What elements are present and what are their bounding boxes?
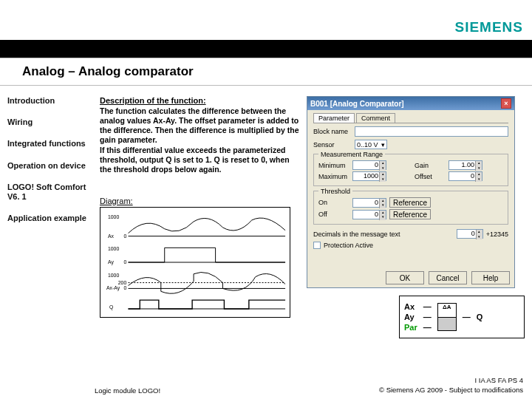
gain-input[interactable]: 1.00▴▾ xyxy=(449,160,482,170)
decimals-label: Decimals in the message text xyxy=(313,231,454,238)
chevron-down-icon: ▾ xyxy=(381,141,385,149)
fb-sym-top: ΔA xyxy=(438,304,456,318)
minimum-input[interactable]: 0▴▾ xyxy=(352,160,386,170)
tick-1000-b: 1000 xyxy=(108,246,119,251)
trace-q-label: Q xyxy=(109,304,114,310)
spinner-icon[interactable]: ▴▾ xyxy=(379,161,386,171)
reference-off-button[interactable]: Reference xyxy=(389,209,431,219)
sensor-value: 0..10 V xyxy=(357,141,378,149)
trace-ay-label: Ay xyxy=(108,259,114,265)
footer-copyright: © Siemens AG 2009 - Subject to modificat… xyxy=(379,386,523,395)
tick-1000-a: 1000 xyxy=(108,214,119,219)
sidebar-item-application-example[interactable]: Application example xyxy=(7,214,92,223)
header-spacer xyxy=(0,0,421,40)
fb-symbol-icon: ΔA xyxy=(437,303,457,331)
sidebar-item-introduction[interactable]: Introduction xyxy=(7,96,92,106)
fb-input-par: Par xyxy=(404,323,417,332)
footer-right: I IA AS FA PS 4 © Siemens AG 2009 - Subj… xyxy=(379,376,523,395)
tick-0-c: 0 xyxy=(124,285,127,290)
tick-200: 200 xyxy=(118,279,127,284)
spinner-icon[interactable]: ▴▾ xyxy=(475,161,482,171)
footer-code: I IA AS FA PS 4 xyxy=(379,376,523,385)
fb-output-q: Q xyxy=(477,313,483,321)
on-label: On xyxy=(318,199,349,206)
timing-diagram: 1000 Ax 0 1000 Ay 0 1000 200 Ax-Ay 0 xyxy=(106,211,288,314)
fb-input-ay: Ay xyxy=(404,313,417,321)
help-button[interactable]: Help xyxy=(471,271,510,284)
brand-logo: SIEMENS xyxy=(454,19,523,35)
maximum-input[interactable]: 1000▴▾ xyxy=(352,171,386,181)
tab-comment[interactable]: Comment xyxy=(356,113,395,123)
properties-dialog: B001 [Analog Comparator] × Parameter Com… xyxy=(307,96,515,288)
right-column: B001 [Analog Comparator] × Parameter Com… xyxy=(307,96,525,373)
threshold-group: Threshold On 0▴▾ Reference Off 0▴▾ Refer… xyxy=(313,191,508,225)
page-title: Analog – Analog comparator xyxy=(22,64,525,79)
tick-1000-c: 1000 xyxy=(108,273,119,278)
dialog-tabs: Parameter Comment xyxy=(313,113,508,123)
spinner-icon[interactable]: ▴▾ xyxy=(379,172,386,182)
description-heading: Description of the function: xyxy=(100,96,299,105)
range-group-title: Measurement Range xyxy=(318,151,385,158)
decimals-input[interactable]: 0▴▾ xyxy=(457,229,483,239)
sidebar-item-operation-on-device[interactable]: Operation on device xyxy=(7,161,92,171)
on-input[interactable]: 0▴▾ xyxy=(352,198,386,208)
tick-0-b: 0 xyxy=(124,259,127,265)
dialog-titlebar[interactable]: B001 [Analog Comparator] × xyxy=(307,97,514,110)
black-bar xyxy=(0,40,532,58)
sensor-label: Sensor xyxy=(313,141,352,149)
description-body: The function calculates the difference b… xyxy=(100,106,299,174)
close-icon[interactable]: × xyxy=(501,98,511,109)
brand-area: SIEMENS xyxy=(421,0,532,40)
spinner-icon[interactable]: ▴▾ xyxy=(379,211,386,220)
decimals-sample: +12345 xyxy=(486,231,508,238)
fb-input-ax: Ax xyxy=(404,302,417,311)
block-name-label: Block name xyxy=(313,128,352,135)
trace-ax-label: Ax xyxy=(108,233,115,238)
line-icon: — xyxy=(423,302,432,311)
diagram-label: Diagram: xyxy=(100,197,299,205)
function-block-diagram: Ax Ay Par — — — ΔA — Q xyxy=(399,296,525,338)
gain-label: Gain xyxy=(415,162,446,169)
tick-0-a: 0 xyxy=(124,233,127,238)
sidebar-item-wiring[interactable]: Wiring xyxy=(7,117,92,127)
block-name-row: Block name xyxy=(313,126,508,137)
tab-parameter[interactable]: Parameter xyxy=(313,113,355,123)
trace-axay-label: Ax-Ay xyxy=(106,285,120,291)
cancel-button[interactable]: Cancel xyxy=(429,271,467,284)
spinner-icon[interactable]: ▴▾ xyxy=(379,199,386,208)
header: SIEMENS xyxy=(0,0,532,40)
title-bar: Analog – Analog comparator xyxy=(0,58,532,85)
center-column: Description of the function: The functio… xyxy=(100,96,299,373)
minimum-label: Minimum xyxy=(318,162,349,169)
main: Introduction Wiring Integrated functions… xyxy=(0,86,532,373)
checkbox-icon[interactable] xyxy=(313,242,321,249)
range-group: Measurement Range Minimum 0▴▾ Gain 1.00▴… xyxy=(313,154,508,186)
line-icon: — xyxy=(423,323,432,332)
sidebar-item-logo-soft-comfort[interactable]: LOGO! Soft Comfort V6. 1 xyxy=(7,183,92,202)
line-icon: — xyxy=(463,313,471,321)
footer-product: Logic module LOGO! xyxy=(95,386,160,395)
spinner-icon[interactable]: ▴▾ xyxy=(475,172,482,182)
offset-label: Offset xyxy=(415,173,446,180)
sidebar: Introduction Wiring Integrated functions… xyxy=(7,96,92,373)
diagram-box: 1000 Ax 0 1000 Ay 0 1000 200 Ax-Ay 0 xyxy=(100,207,290,318)
sidebar-item-integrated-functions[interactable]: Integrated functions xyxy=(7,139,92,149)
maximum-label: Maximum xyxy=(318,173,349,180)
sensor-row: Sensor 0..10 V ▾ xyxy=(313,140,508,149)
off-input[interactable]: 0▴▾ xyxy=(352,210,386,219)
threshold-group-title: Threshold xyxy=(318,188,352,195)
dialog-title-text: B001 [Analog Comparator] xyxy=(310,100,404,108)
reference-on-button[interactable]: Reference xyxy=(389,197,431,208)
protection-label: Protection Active xyxy=(324,242,373,249)
spinner-icon[interactable]: ▴▾ xyxy=(476,230,482,239)
off-label: Off xyxy=(318,211,349,218)
line-icon: — xyxy=(423,313,432,321)
footer: Logic module LOGO! I IA AS FA PS 4 © Sie… xyxy=(0,373,532,399)
block-name-input[interactable] xyxy=(355,126,508,137)
ok-button[interactable]: OK xyxy=(386,271,424,284)
dialog-buttons: OK Cancel Help xyxy=(307,268,514,287)
offset-input[interactable]: 0▴▾ xyxy=(449,171,482,181)
dialog-body: Parameter Comment Block name Sensor 0..1… xyxy=(307,110,514,268)
sensor-select[interactable]: 0..10 V ▾ xyxy=(355,140,387,149)
